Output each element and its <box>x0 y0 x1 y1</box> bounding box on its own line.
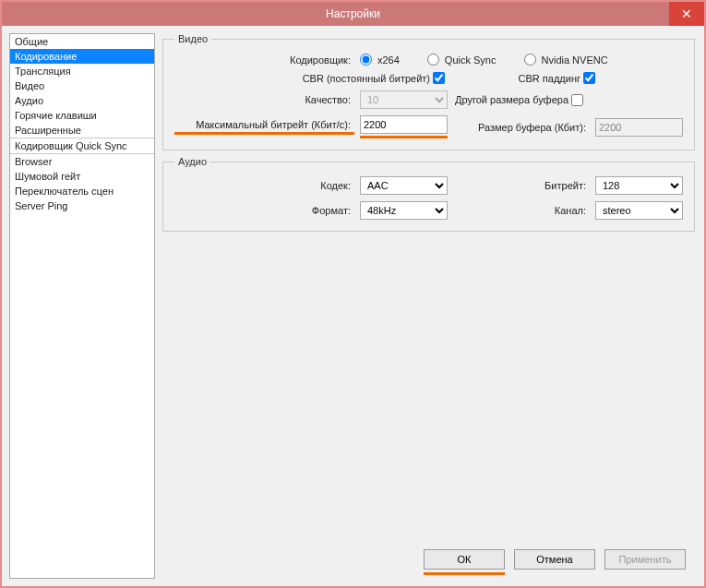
bufsize-label: Размер буфера (Кбит): <box>453 122 590 133</box>
sidebar-item[interactable]: Видео <box>10 78 154 93</box>
audio-legend: Аудио <box>174 156 210 167</box>
quality-label: Качество: <box>174 94 354 105</box>
sidebar-item[interactable]: Расширенные <box>10 123 154 138</box>
codec-label: Кодек: <box>174 180 354 191</box>
sidebar-item[interactable]: Аудио <box>10 93 154 108</box>
cbr-row: CBR (постоянный битрейт) CBR паддинг <box>174 72 683 84</box>
quality-select: 10 <box>360 90 448 109</box>
settings-window: Настройки ✕ ОбщиеКодированиеТрансляцияВи… <box>0 0 706 588</box>
encoder-x264-radio[interactable]: x264 <box>360 54 400 66</box>
format-label: Формат: <box>174 205 354 216</box>
sidebar-item[interactable]: Общие <box>10 34 154 49</box>
sidebar-item[interactable]: Кодирование <box>10 49 154 64</box>
sidebar-item[interactable]: Кодировщик Quick Sync <box>10 138 154 153</box>
maxbitrate-row: Максимальный битрейт (Кбит/с): Размер бу… <box>174 115 683 138</box>
content-area: Видео Кодировщик: x264 Quick Sync <box>162 33 697 579</box>
video-group: Видео Кодировщик: x264 Quick Sync <box>162 33 695 150</box>
bufsize-input <box>595 118 683 137</box>
channel-select[interactable]: stereo <box>595 201 683 220</box>
format-row: Формат: 48kHz Канал: stereo <box>174 201 683 220</box>
dialog-body: ОбщиеКодированиеТрансляцияВидеоАудиоГоря… <box>2 26 704 586</box>
cbr-padding-checkbox[interactable]: CBR паддинг <box>519 72 598 84</box>
cbr-checkbox[interactable]: CBR (постоянный битрейт) <box>303 72 448 84</box>
altbuf-checkbox[interactable]: Другой размера буфера <box>455 94 586 106</box>
audio-bitrate-select[interactable]: 128 <box>595 176 683 195</box>
quality-row: Качество: 10 Другой размера буфера <box>174 90 683 109</box>
encoder-quicksync-radio[interactable]: Quick Sync <box>427 54 497 66</box>
codec-row: Кодек: AAC Битрейт: 128 <box>174 176 683 195</box>
sidebar-item[interactable]: Переключатель сцен <box>10 184 154 198</box>
apply-button: Применить <box>604 549 686 570</box>
titlebar: Настройки ✕ <box>2 2 704 26</box>
category-sidebar[interactable]: ОбщиеКодированиеТрансляцияВидеоАудиоГоря… <box>9 33 155 579</box>
audio-group: Аудио Кодек: AAC Битрейт: 128 <box>162 156 695 232</box>
encoder-label: Кодировщик: <box>174 54 354 66</box>
maxbitrate-label: Максимальный битрейт (Кбит/с): <box>174 119 354 135</box>
video-legend: Видео <box>174 33 211 44</box>
sidebar-item[interactable]: Горячие клавиши <box>10 108 154 123</box>
codec-select[interactable]: AAC <box>360 176 448 195</box>
ok-button[interactable]: ОК <box>424 549 505 570</box>
format-select[interactable]: 48kHz <box>360 201 448 220</box>
dialog-buttons: ОК Отмена Применить <box>162 544 695 579</box>
sidebar-item[interactable]: Шумовой гейт <box>10 169 154 184</box>
window-title: Настройки <box>326 7 380 20</box>
content-spacer <box>162 237 695 538</box>
encoder-row: Кодировщик: x264 Quick Sync Nvidia NV <box>174 54 683 66</box>
ok-highlight <box>424 572 505 575</box>
sidebar-item[interactable]: Browser <box>10 154 154 169</box>
encoder-nvenc-radio[interactable]: Nvidia NVENC <box>524 54 608 66</box>
sidebar-item[interactable]: Трансляция <box>10 64 154 78</box>
maxbitrate-input[interactable] <box>360 115 448 134</box>
channel-label: Канал: <box>453 205 590 216</box>
sidebar-item[interactable]: Server Ping <box>10 198 154 213</box>
close-icon[interactable]: ✕ <box>669 2 704 26</box>
encoder-options: x264 Quick Sync Nvidia NVENC <box>360 54 608 66</box>
audio-bitrate-label: Битрейт: <box>453 180 590 191</box>
cancel-button[interactable]: Отмена <box>514 549 595 570</box>
